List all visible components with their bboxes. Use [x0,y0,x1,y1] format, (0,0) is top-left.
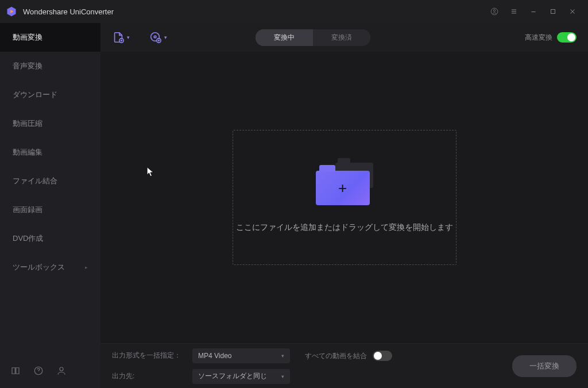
tab-done[interactable]: 変換済 [313,29,370,46]
tab-switch: 変換中 変換済 [256,29,370,46]
drop-zone-text: ここにファイルを追加またはドラッグして変換を開始します [236,222,453,233]
app-title: Wondershare UniConverter [23,7,114,16]
chevron-down-icon: ▾ [281,353,284,359]
chevron-down-icon: ▾ [281,374,284,379]
sidebar-footer [0,354,100,388]
app-logo-icon [6,6,17,17]
sidebar-item-label: ツールボックス [13,262,65,272]
guide-icon[interactable] [6,361,25,381]
fast-convert-toggle[interactable] [557,32,577,43]
sidebar-item-label: 動画変換 [13,32,42,43]
fast-convert: 高速変換 [525,32,577,43]
sidebar-item-label: ダウンロード [13,90,57,100]
drop-zone[interactable]: + ここにファイルを追加またはドラッグして変換を開始します [233,130,457,265]
minimize-icon[interactable] [524,2,543,21]
tab-in-progress[interactable]: 変換中 [256,29,313,46]
user-icon[interactable] [52,361,71,381]
footer-bar: 出力形式を一括指定： MP4 Video ▾ 出力先: ソースフォルダと同じ ▾… [100,343,588,388]
maximize-icon[interactable] [543,2,563,21]
output-format-value: MP4 Video [198,352,231,360]
sidebar-item-video-convert[interactable]: 動画変換 [0,23,100,52]
svg-point-1 [493,10,496,12]
fast-convert-label: 高速変換 [525,33,552,43]
sidebar-item-file-merge[interactable]: ファイル結合 [0,167,100,195]
sidebar-item-toolbox[interactable]: ツールボックス▸ [0,253,100,282]
sidebar-item-label: ファイル結合 [13,176,57,186]
menu-icon[interactable] [504,2,524,21]
svg-point-4 [60,367,63,371]
sidebar-item-video-edit[interactable]: 動画編集 [0,138,100,167]
merge-all-toggle[interactable] [373,351,392,361]
sidebar-item-label: DVD作成 [13,233,43,244]
output-dest-value: ソースフォルダと同じ [198,371,267,381]
add-disc-button[interactable]: ▾ [149,31,167,44]
sidebar-item-label: 画面録画 [13,205,42,215]
chevron-right-icon: ▸ [85,264,88,270]
sidebar-item-download[interactable]: ダウンロード [0,80,100,109]
chevron-down-icon: ▾ [127,34,130,40]
sidebar-item-screen-record[interactable]: 画面録画 [0,195,100,224]
toolbar: ▾ ▾ 変換中 変換済 高速変換 [100,23,588,52]
sidebar-item-label: 動画圧縮 [13,118,42,129]
account-icon[interactable] [485,2,504,21]
merge-all-label: すべての動画を結合 [305,351,367,361]
output-format-label: 出力形式を一括指定： [112,348,187,363]
convert-all-button[interactable]: 一括変換 [512,355,577,377]
svg-point-7 [154,36,156,38]
sidebar-item-label: 動画編集 [13,147,42,157]
close-icon[interactable] [563,2,582,21]
sidebar-item-audio-convert[interactable]: 音声変換 [0,52,100,80]
mouse-cursor-icon [146,167,154,178]
output-dest-label: 出力先: [112,369,187,384]
add-file-button[interactable]: ▾ [112,31,130,44]
title-bar: Wondershare UniConverter [0,0,588,23]
chevron-down-icon: ▾ [164,34,167,40]
sidebar-item-dvd-create[interactable]: DVD作成 [0,224,100,253]
svg-rect-2 [551,10,555,14]
add-folder-icon: + [316,163,373,205]
main-panel: ▾ ▾ 変換中 変換済 高速変換 + ここにファイルを追加またはドラ [100,23,588,388]
sidebar: 動画変換 音声変換 ダウンロード 動画圧縮 動画編集 ファイル結合 画面録画 D… [0,23,100,388]
output-format-dropdown[interactable]: MP4 Video ▾ [192,348,290,363]
sidebar-item-label: 音声変換 [13,61,42,71]
sidebar-item-video-compress[interactable]: 動画圧縮 [0,109,100,138]
output-dest-dropdown[interactable]: ソースフォルダと同じ ▾ [192,369,290,384]
help-icon[interactable] [29,361,48,381]
